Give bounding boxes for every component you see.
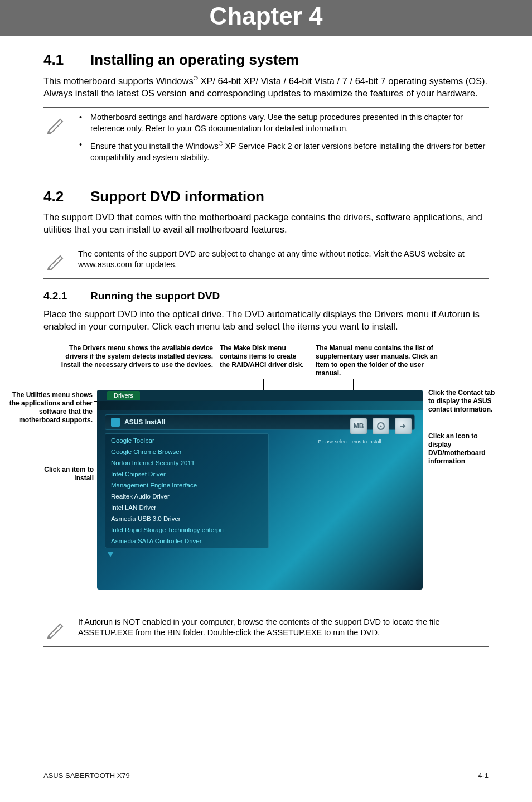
chapter-header-bar: Chapter 4 xyxy=(0,0,532,36)
window-tab-strip: Drivers xyxy=(97,390,423,401)
dvd-info-icon[interactable] xyxy=(373,418,389,434)
section-number: 4.2 xyxy=(43,188,90,205)
registered-mark: ® xyxy=(194,75,198,81)
window-sub-strip xyxy=(97,401,423,410)
asus-install-window: Drivers ASUS InstAll MB Please select it… xyxy=(97,390,423,590)
note-block-4-1: Motherboard settings and hardware option… xyxy=(43,107,489,173)
asus-install-all-label: ASUS InstAll xyxy=(124,418,165,426)
asus-logo-icon xyxy=(111,418,120,427)
callout-drivers-menu: The Drivers menu shows the available dev… xyxy=(57,344,213,369)
driver-item[interactable]: Asmedia SATA Controller Driver xyxy=(105,535,268,547)
callout-make-disk-menu: The Make Disk menu contains items to cre… xyxy=(220,344,306,369)
note-item: Motherboard settings and hardware option… xyxy=(78,112,489,134)
section-4-2-1-heading: 4.2.1Running the support DVD xyxy=(43,290,489,302)
driver-item[interactable]: Realtek Audio Driver xyxy=(105,491,268,502)
note-text: The contents of the support DVD are subj… xyxy=(70,249,489,270)
section-number: 4.1 xyxy=(43,51,90,69)
leader-line xyxy=(165,379,165,390)
exit-icon[interactable] xyxy=(395,418,412,434)
section-4-2-paragraph: The support DVD that comes with the moth… xyxy=(43,211,489,236)
driver-item[interactable]: Google Chrome Browser xyxy=(105,446,268,457)
mb-info-icon[interactable]: MB xyxy=(350,418,367,434)
subsection-title-text: Running the support DVD xyxy=(90,290,220,302)
driver-item[interactable]: Norton Internet Security 2011 xyxy=(105,457,268,468)
pencil-icon xyxy=(43,249,70,274)
callout-utilities-menu: The Utilities menu shows the application… xyxy=(9,391,93,424)
tab-drivers[interactable]: Drivers xyxy=(107,391,140,400)
driver-item[interactable]: Asmedia USB 3.0 Driver xyxy=(105,513,268,524)
subsection-number: 4.2.1 xyxy=(43,290,90,302)
note-text: If Autorun is NOT enabled in your comput… xyxy=(70,617,489,639)
scroll-down-icon[interactable] xyxy=(107,552,114,557)
leader-line xyxy=(423,438,427,438)
info-badge-group: MB xyxy=(350,418,412,434)
section-title-text: Support DVD information xyxy=(90,188,264,205)
leader-line xyxy=(423,398,427,398)
note-item: Ensure that you install the Windows® XP … xyxy=(78,139,489,163)
callout-info-icon: Click an icon to display DVD/motherboard… xyxy=(428,432,501,466)
note-block-autorun: If Autorun is NOT enabled in your comput… xyxy=(43,612,489,648)
footer-product-name: ASUS SABERTOOTH X79 xyxy=(43,771,130,780)
screenshot-area: The Drivers menu shows the available dev… xyxy=(43,344,489,606)
section-4-1-heading: 4.1Installing an operating system xyxy=(43,51,489,69)
driver-item[interactable]: Intel LAN Driver xyxy=(105,502,268,513)
section-title-text: Installing an operating system xyxy=(90,51,299,68)
pencil-icon xyxy=(43,112,70,138)
section-4-1-paragraph: This motherboard supports Windows® XP/ 6… xyxy=(43,74,489,99)
callout-click-item: Click an item to install xyxy=(32,466,94,482)
note-part-a: Ensure that you install the Windows xyxy=(90,142,219,151)
section-4-2-heading: 4.2Support DVD information xyxy=(43,188,489,205)
leader-line xyxy=(263,379,264,390)
leader-line xyxy=(353,379,354,390)
para-part-a: This motherboard supports Windows xyxy=(43,76,194,86)
select-hint-text: Please select items to install. xyxy=(318,439,383,445)
footer-page-number: 4-1 xyxy=(478,771,489,780)
registered-mark: ® xyxy=(219,140,223,147)
driver-item-list: Google Toolbar Google Chrome Browser Nor… xyxy=(105,433,269,548)
page-footer: ASUS SABERTOOTH X79 4-1 xyxy=(43,771,489,780)
driver-item[interactable]: Intel Chipset Driver xyxy=(105,468,268,480)
callout-manual-menu: The Manual menu contains the list of sup… xyxy=(316,344,444,378)
callout-contact-tab: Click the Contact tab to display the ASU… xyxy=(428,389,501,414)
pencil-icon xyxy=(43,617,70,642)
note-block-4-2: The contents of the support DVD are subj… xyxy=(43,244,489,279)
driver-item[interactable]: Intel Rapid Storage Technology enterpri xyxy=(105,524,268,535)
driver-item[interactable]: Management Engine Interface xyxy=(105,480,268,491)
chapter-title: Chapter 4 xyxy=(0,2,532,30)
section-4-2-1-paragraph: Place the support DVD into the optical d… xyxy=(43,308,489,333)
svg-point-1 xyxy=(380,425,382,427)
driver-item[interactable]: Google Toolbar xyxy=(105,435,268,446)
